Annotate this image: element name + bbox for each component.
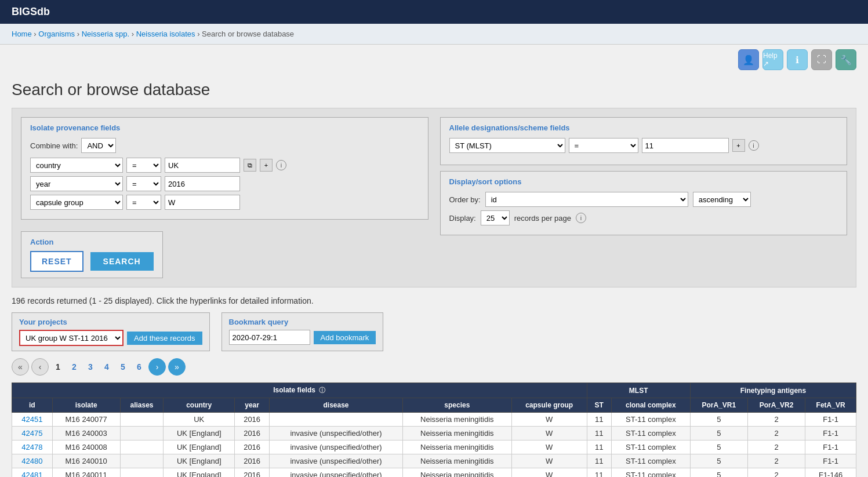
filter-op-1[interactable]: = contains starts with xyxy=(126,158,161,173)
cell-id: 42481 xyxy=(12,468,53,478)
cell-st: 11 xyxy=(587,413,611,427)
cell-disease: invasive (unspecified/other) xyxy=(270,468,403,478)
bookmark-legend: Bookmark query xyxy=(229,318,376,326)
filter-field-2[interactable]: year country capsule group xyxy=(30,176,123,191)
first-page-btn[interactable]: « xyxy=(12,358,29,376)
cell-pora-vr1: 5 xyxy=(690,440,747,454)
cell-clonal-complex: ST-11 complex xyxy=(611,454,690,468)
add-records-button[interactable]: Add these records xyxy=(127,332,202,345)
filter-info-1[interactable]: i xyxy=(276,160,286,170)
filter-op-2[interactable]: = contains xyxy=(126,176,161,191)
breadcrumb-neisseria-spp[interactable]: Neisseria spp. xyxy=(82,30,129,38)
page-3[interactable]: 3 xyxy=(83,358,97,376)
breadcrumb-neisseria-isolates[interactable]: Neisseria isolates xyxy=(136,30,195,38)
col-clonal-complex: clonal complex xyxy=(611,398,690,413)
breadcrumb-home[interactable]: Home xyxy=(12,30,32,38)
reset-button[interactable]: RESET xyxy=(30,251,83,272)
cell-capsule-group: W xyxy=(511,427,587,440)
breadcrumb-organisms[interactable]: Organisms xyxy=(38,30,75,38)
expand-icon-btn[interactable]: ⛶ xyxy=(811,49,832,70)
add-bookmark-button[interactable]: Add bookmark xyxy=(314,331,376,344)
filter-add-btn-1[interactable]: + xyxy=(260,159,273,172)
cell-clonal-complex: ST-11 complex xyxy=(611,440,690,454)
projects-box: Your projects UK group W ST-11 2016 Add … xyxy=(12,312,210,351)
help-icon-btn[interactable]: Help ↗ xyxy=(762,49,783,70)
cell-aliases xyxy=(120,468,164,478)
page-2[interactable]: 2 xyxy=(67,358,81,376)
page-5[interactable]: 5 xyxy=(116,358,130,376)
finetyping-header: Finetyping antigens xyxy=(690,383,856,398)
project-select-wrapper: UK group W ST-11 2016 Add these records xyxy=(19,330,202,346)
order-label: Order by: xyxy=(449,195,481,204)
wrench-icon-btn[interactable]: 🔧 xyxy=(836,49,856,70)
cell-aliases xyxy=(120,413,164,427)
cell-feta-vr: F1-146 xyxy=(805,468,856,478)
page-4[interactable]: 4 xyxy=(100,358,114,376)
allele-info[interactable]: i xyxy=(749,140,759,151)
id-link[interactable]: 42478 xyxy=(21,443,42,451)
col-pora-vr2: PorA_VR2 xyxy=(747,398,805,413)
user-icon-btn[interactable]: 👤 xyxy=(738,49,759,70)
filter-copy-btn-1[interactable]: ⧉ xyxy=(244,159,256,172)
order-field-select[interactable]: id isolate country year disease xyxy=(485,192,688,207)
combine-label: Combine with: xyxy=(30,141,78,150)
cell-pora-vr1: 5 xyxy=(690,454,747,468)
filter-op-3[interactable]: = contains xyxy=(126,195,161,210)
last-page-btn[interactable]: » xyxy=(168,358,186,376)
cell-capsule-group: W xyxy=(511,468,587,478)
col-id: id xyxy=(12,398,53,413)
combine-select[interactable]: AND OR xyxy=(81,138,116,153)
cell-pora-vr2: 2 xyxy=(747,427,805,440)
cell-year: 2016 xyxy=(235,454,270,468)
page-1[interactable]: 1 xyxy=(51,358,65,376)
isolate-fields-header: Isolate fields ⓘ xyxy=(12,383,587,398)
data-table: Isolate fields ⓘ MLST Finetyping antigen… xyxy=(12,383,856,477)
project-select[interactable]: UK group W ST-11 2016 xyxy=(19,330,124,346)
display-sort-fieldset: Display/sort options Order by: id isolat… xyxy=(440,171,848,235)
cell-pora-vr1: 5 xyxy=(690,413,747,427)
cell-species: Neisseria meningitidis xyxy=(402,454,511,468)
col-disease: disease xyxy=(270,398,403,413)
cell-id: 42451 xyxy=(12,413,53,427)
cell-feta-vr: F1-1 xyxy=(805,413,856,427)
display-info[interactable]: i xyxy=(576,213,586,223)
filter-value-1[interactable] xyxy=(165,158,240,173)
isolate-fields-info-icon[interactable]: ⓘ xyxy=(319,387,325,394)
allele-add-btn[interactable]: + xyxy=(732,139,745,152)
cell-capsule-group: W xyxy=(511,440,587,454)
breadcrumb-current: Search or browse database xyxy=(202,30,294,38)
next-page-btn[interactable]: › xyxy=(148,358,166,376)
cell-pora-vr1: 5 xyxy=(690,427,747,440)
id-link[interactable]: 42451 xyxy=(21,415,42,424)
filter-value-3[interactable] xyxy=(165,195,240,210)
cell-species: Neisseria meningitidis xyxy=(402,413,511,427)
info-icon-btn[interactable]: ℹ xyxy=(787,49,808,70)
filter-value-2[interactable] xyxy=(165,176,240,191)
filter-field-3[interactable]: capsule group country year xyxy=(30,195,123,210)
cell-feta-vr: F1-1 xyxy=(805,427,856,440)
cell-disease xyxy=(270,413,403,427)
prev-page-btn[interactable]: ‹ xyxy=(31,358,49,376)
cell-id: 42480 xyxy=(12,454,53,468)
col-species: species xyxy=(402,398,511,413)
search-button[interactable]: SEARCH xyxy=(90,252,154,271)
bookmark-input[interactable] xyxy=(229,330,310,345)
page-title: Search or browse database xyxy=(12,81,856,99)
isolate-fieldset: Isolate provenance fields Combine with: … xyxy=(21,117,428,220)
display-count-select[interactable]: 10 25 50 100 200 xyxy=(481,210,510,225)
cell-country: UK [England] xyxy=(164,454,235,468)
table-row: 42480 M16 240010 UK [England] 2016 invas… xyxy=(12,454,856,468)
cell-country: UK [England] xyxy=(164,440,235,454)
order-dir-select[interactable]: ascending descending xyxy=(693,192,751,207)
allele-field-select[interactable]: ST (MLST) clonal complex PorA_VR1 xyxy=(449,138,565,153)
id-link[interactable]: 42480 xyxy=(21,457,42,465)
cell-st: 11 xyxy=(587,427,611,440)
filter-field-1[interactable]: country year capsule group isolate disea… xyxy=(30,158,123,173)
mlst-header: MLST xyxy=(587,383,690,398)
allele-op-select[interactable]: = contains not xyxy=(569,138,638,153)
bookmark-row-inner: Add bookmark xyxy=(229,330,376,345)
allele-value-input[interactable] xyxy=(642,138,729,153)
id-link[interactable]: 42475 xyxy=(21,429,42,438)
id-link[interactable]: 42481 xyxy=(21,471,42,477)
page-6[interactable]: 6 xyxy=(132,358,146,376)
